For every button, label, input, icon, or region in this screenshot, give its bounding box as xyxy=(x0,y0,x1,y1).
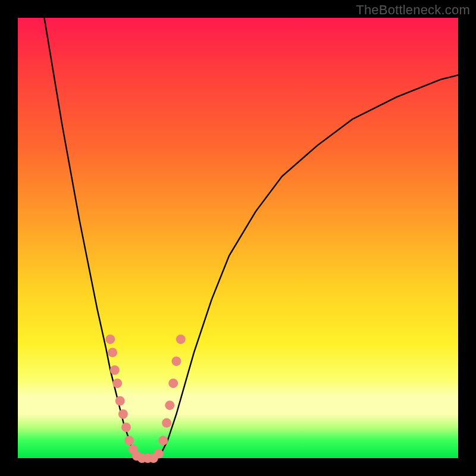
watermark-text: TheBottleneck.com xyxy=(356,2,470,18)
marker-dot xyxy=(168,378,178,388)
marker-dot xyxy=(118,409,128,419)
marker-dot xyxy=(165,400,174,410)
marker-dot xyxy=(154,449,164,459)
marker-dot xyxy=(162,418,171,428)
curve-layer xyxy=(18,18,458,458)
marker-dots xyxy=(105,334,185,463)
marker-dot xyxy=(112,378,122,388)
marker-dot xyxy=(121,422,131,432)
marker-dot xyxy=(171,356,181,366)
marker-dot xyxy=(108,347,117,357)
marker-dot xyxy=(115,396,125,406)
marker-dot xyxy=(176,334,186,344)
marker-dot xyxy=(110,365,120,375)
chart-plot-area xyxy=(18,18,458,458)
marker-dot xyxy=(158,436,168,445)
marker-dot xyxy=(105,334,115,344)
bottleneck-curve xyxy=(44,18,458,458)
marker-dot xyxy=(124,436,134,445)
chart-frame: TheBottleneck.com xyxy=(0,0,476,476)
